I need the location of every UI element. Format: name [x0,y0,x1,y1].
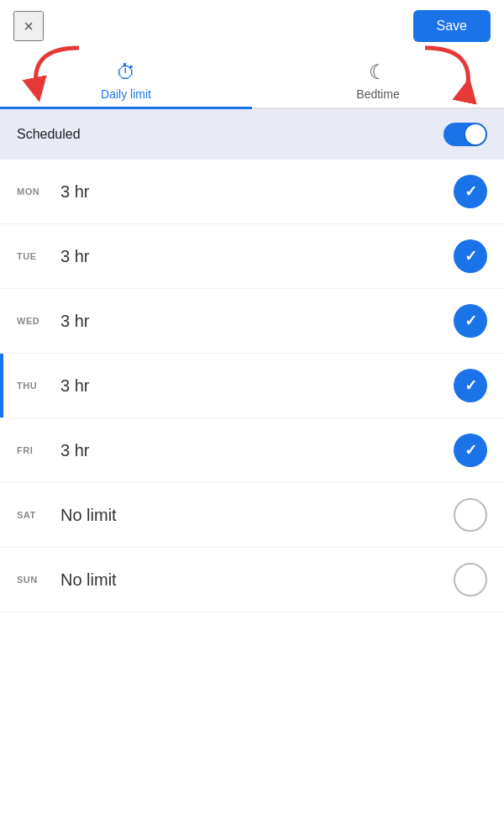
day-limit-wed[interactable]: 3 hr [60,312,454,331]
tab-bedtime-label: Bedtime [356,87,399,101]
timer-icon: ⏱ [116,60,136,84]
day-limit-sun[interactable]: No limit [60,570,454,590]
checkmark-icon: ✓ [465,182,477,201]
day-check-mon[interactable]: ✓ [454,175,487,208]
day-abbr-mon: MON [17,186,47,197]
day-check-thu[interactable]: ✓ [454,369,487,402]
save-button[interactable]: Save [413,10,491,42]
checkmark-icon: ✓ [465,312,477,330]
day-limit-mon[interactable]: 3 hr [60,182,454,202]
scheduled-label: Scheduled [17,127,81,142]
toggle-knob [465,124,486,144]
day-row-wed: WED3 hr✓ [0,289,504,354]
day-abbr-sun: SUN [17,575,47,585]
day-row-fri: FRI3 hr✓ [0,418,504,483]
checkmark-icon: ✓ [465,247,477,265]
close-button[interactable]: × [13,11,44,41]
day-row-sat: SATNo limit [0,483,504,548]
day-limit-fri[interactable]: 3 hr [60,441,454,460]
day-row-sun: SUNNo limit [0,548,504,612]
checkmark-icon: ✓ [465,376,477,395]
day-row-tue: TUE3 hr✓ [0,224,504,289]
day-abbr-wed: WED [17,316,47,326]
day-list: MON3 hr✓TUE3 hr✓WED3 hr✓THU3 hr✓FRI3 hr✓… [0,160,504,612]
right-arrow-indicator [417,44,492,111]
day-limit-tue[interactable]: 3 hr [60,247,454,266]
day-row-mon: MON3 hr✓ [0,160,504,224]
day-check-sat[interactable] [454,498,487,532]
checkmark-icon: ✓ [465,441,477,460]
day-abbr-tue: TUE [17,251,47,261]
scheduled-row: Scheduled [0,109,504,160]
day-check-fri[interactable]: ✓ [454,433,487,467]
left-arrow-indicator [12,44,87,111]
day-limit-thu[interactable]: 3 hr [60,376,454,396]
day-limit-sat[interactable]: No limit [60,506,454,525]
day-row-thu: THU3 hr✓ [0,354,504,418]
tab-daily-limit-label: Daily limit [101,87,151,101]
day-check-wed[interactable]: ✓ [454,304,487,338]
day-check-tue[interactable]: ✓ [454,239,487,273]
scheduled-toggle[interactable] [444,123,487,146]
day-abbr-thu: THU [17,381,47,391]
day-abbr-sat: SAT [17,510,47,520]
moon-icon: ☾ [369,60,387,84]
day-abbr-fri: FRI [17,445,47,455]
day-check-sun[interactable] [454,563,487,596]
